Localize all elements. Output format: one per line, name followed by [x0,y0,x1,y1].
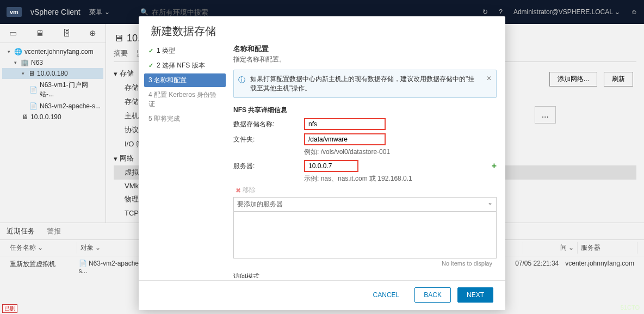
banner-text: 如果打算配置数据中心内新主机上的现有数据存储，建议改用数据存储中的"挂载至其他主… [250,75,474,92]
new-datastore-modal: 新建数据存储 1 类型 2 选择 NFS 版本 3 名称和配置 4 配置 Ker… [139,16,505,310]
no-items-label: No items to display [233,260,497,267]
label-server: 服务器: [233,162,299,171]
remove-label: 移除 [243,186,256,195]
remove-server[interactable]: ✖ 移除 [236,186,497,195]
remove-x-icon: ✖ [236,187,241,194]
servers-to-add-select[interactable]: 要添加的服务器 [233,197,497,212]
step-nfs-version[interactable]: 2 选择 NFS 版本 [144,59,226,72]
wizard-header: 名称和配置 [233,44,497,54]
wizard-steps: 1 类型 2 选择 NFS 版本 3 名称和配置 4 配置 Kerberos 身… [139,44,231,278]
server-list-box[interactable] [233,212,497,258]
server-hint: 示例: nas、nas.it.com 或 192.168.0.1 [304,174,497,183]
step-ready: 5 即将完成 [144,112,226,126]
modal-footer: CANCEL BACK NEXT [139,280,505,303]
banner-close-icon[interactable]: ✕ [486,75,492,82]
info-banner: ⓘ 如果打算配置数据中心内新主机上的现有数据存储，建议改用数据存储中的"挂载至其… [233,70,497,98]
watermark: 51CTO [621,304,640,311]
step-type[interactable]: 1 类型 [144,44,226,58]
add-server-icon[interactable]: + [492,161,497,171]
next-button[interactable]: NEXT [457,287,493,303]
cancel-button[interactable]: CANCEL [364,287,408,303]
nfs-section-title: NFS 共享详细信息 [233,106,497,115]
label-dsname: 数据存储名称: [233,120,299,129]
back-button[interactable]: BACK [414,287,451,303]
modal-backdrop: 新建数据存储 1 类型 2 选择 NFS 版本 3 名称和配置 4 配置 Ker… [0,0,644,314]
modal-title: 新建数据存储 [139,16,505,44]
info-icon: ⓘ [238,75,245,85]
wizard-sub: 指定名称和配置。 [233,55,497,64]
step-name-config[interactable]: 3 名称和配置 [144,73,226,87]
wizard-content: 名称和配置 指定名称和配置。 ⓘ 如果打算配置数据中心内新主机上的现有数据存储，… [231,44,505,278]
input-server[interactable] [304,160,358,172]
red-corner-note: 已删 [2,304,17,313]
input-folder[interactable] [304,133,386,145]
label-folder: 文件夹: [233,135,299,144]
access-mode-title: 访问模式 [233,272,497,278]
input-dsname[interactable] [304,118,386,130]
folder-hint: 例如: /vols/vol0/datastore-001 [304,147,497,157]
step-kerberos: 4 配置 Kerberos 身份验证 [144,88,226,111]
